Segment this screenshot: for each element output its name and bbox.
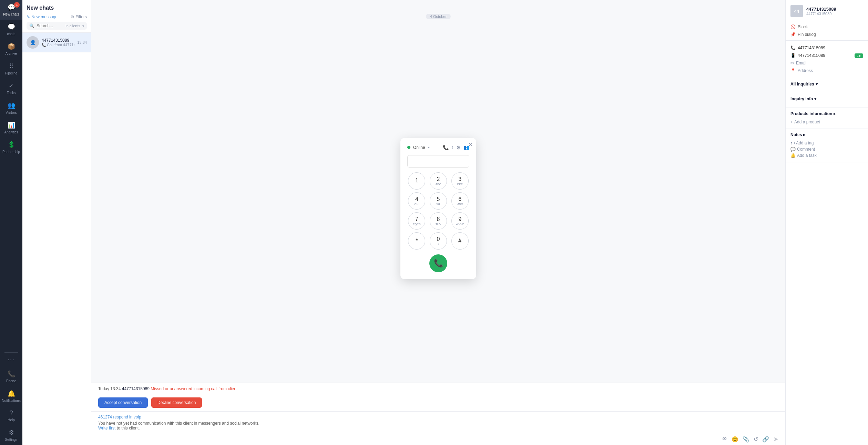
address-icon: 📍 xyxy=(790,68,796,73)
chat-item[interactable]: 👤 447714315089 📞 Call from 447714315089 … xyxy=(22,33,91,52)
settings-icon: ⚙ xyxy=(9,429,14,436)
sidebar-item-archive[interactable]: 📦 Archive xyxy=(0,39,22,59)
tag-icon: 🏷 xyxy=(790,141,795,145)
dialpad-overlay: ✕ Online ▾ 📞 ↕ ⚙ 👥 1 2ABC 3DEF 4GHI 5JKL… xyxy=(400,138,476,279)
action-buttons: Accept conversation Decline conversation xyxy=(91,395,785,411)
partnership-icon: 💲 xyxy=(8,141,15,149)
eye-icon[interactable]: 👁 xyxy=(722,436,727,442)
online-dot xyxy=(407,146,410,149)
add-tag-link[interactable]: 🏷 Add a tag xyxy=(790,140,863,146)
search-input[interactable] xyxy=(37,23,63,28)
dialpad-display[interactable] xyxy=(407,155,469,168)
call-icon-small: 📞 xyxy=(42,43,46,47)
phone-field-2: 📱 447714315089 L ▸ xyxy=(790,52,863,59)
sidebar-item-tasks[interactable]: ✓ Tasks xyxy=(0,79,22,98)
sidebar-item-new-chats[interactable]: 💬 New chats 1 xyxy=(0,0,22,20)
sidebar-item-notifications[interactable]: 🔔 Notifications xyxy=(0,386,22,406)
phone-value: 447714315089 xyxy=(798,45,825,50)
date-separator: 4 October xyxy=(426,14,451,19)
products-info-title[interactable]: Products information ▸ xyxy=(790,111,863,116)
add-product-link[interactable]: + Add a product xyxy=(790,119,863,125)
dialpad-close-button[interactable]: ✕ xyxy=(468,141,473,148)
dialpad-key-1[interactable]: 1 xyxy=(408,172,425,190)
notes-title[interactable]: Notes ▸ xyxy=(790,132,863,137)
dialpad-key-3[interactable]: 3DEF xyxy=(451,172,469,190)
write-first-link[interactable]: Write first xyxy=(98,426,115,431)
refresh-icon[interactable]: ↺ xyxy=(754,436,758,443)
new-chats-badge: 1 xyxy=(14,2,20,8)
more-icon: ··· xyxy=(8,356,15,363)
dialpad-key-4[interactable]: 4GHI xyxy=(408,192,425,210)
sidebar-item-partnership[interactable]: 💲 Partnership xyxy=(0,138,22,157)
attachment-icon[interactable]: 📎 xyxy=(743,436,749,443)
dialpad-grid: 1 2ABC 3DEF 4GHI 5JKL 6MNO 7PQRS 8TUV 9W… xyxy=(407,172,469,250)
sidebar-item-pipeline[interactable]: ⠿ Pipeline xyxy=(0,59,22,79)
filter-icon: ⧉ xyxy=(71,14,74,19)
archive-icon: 📦 xyxy=(8,43,15,50)
dialpad-key-6[interactable]: 6MNO xyxy=(451,192,469,210)
dialpad-header: Online ▾ 📞 ↕ ⚙ 👥 xyxy=(407,145,469,150)
email-icon: ✉ xyxy=(790,61,794,65)
chevron-icon: ▾ xyxy=(816,82,818,87)
settings-dial-icon[interactable]: ⚙ xyxy=(456,145,461,150)
notes-section: Notes ▸ 🏷 Add a tag 💬 Comment 🔔 Add a ta… xyxy=(786,129,868,162)
search-icon: 🔍 xyxy=(29,23,34,28)
help-icon: ? xyxy=(9,409,13,417)
call-button[interactable]: 📞 xyxy=(429,254,447,272)
dialpad-icons: 📞 ↕ ⚙ 👥 xyxy=(443,145,469,150)
sidebar-item-chats[interactable]: 🗨️ chats xyxy=(0,20,22,39)
chevron-down-icon: ▾ xyxy=(428,145,430,149)
link-icon[interactable]: 🔗 xyxy=(762,436,769,443)
sidebar-item-label: Tasks xyxy=(7,91,16,95)
sidebar-item-label: chats xyxy=(7,32,16,36)
all-inquiries-title[interactable]: All inquiries ▾ xyxy=(790,82,863,87)
chat-list-actions: ✎ New message ⧉ Filters xyxy=(27,14,87,19)
products-info-section: Products information ▸ + Add a product xyxy=(786,108,868,129)
chat-item-info: 447714315089 📞 Call from 447714315089 xyxy=(42,38,74,47)
dialpad-key-8[interactable]: 8TUV xyxy=(430,212,447,230)
contact-info: 447714315089 447714315089 xyxy=(806,7,836,16)
email-field: ✉ Email xyxy=(790,59,863,67)
search-bar: 🔍 in clients ▾ xyxy=(27,22,87,30)
sidebar-item-analytics[interactable]: 📊 Analytics xyxy=(0,118,22,138)
dialpad-key-9[interactable]: 9WXYZ xyxy=(451,212,469,230)
respond-link[interactable]: 461274 respond in voip xyxy=(98,415,141,419)
sidebar-item-visitors[interactable]: 👥 Visitors xyxy=(0,98,22,118)
send-icon[interactable]: ➤ xyxy=(773,435,778,443)
dialpad-key-star[interactable]: * xyxy=(408,232,425,250)
analytics-icon: 📊 xyxy=(8,121,15,129)
dialpad-call-section: 📞 xyxy=(407,254,469,272)
sidebar-item-help[interactable]: ? Help xyxy=(0,406,22,425)
phone-field: 📞 447714315089 xyxy=(790,44,863,52)
accept-conversation-button[interactable]: Accept conversation xyxy=(98,397,148,408)
address-field: 📍 Address xyxy=(790,67,863,74)
dialpad-key-hash[interactable]: # xyxy=(451,232,469,250)
chat-bottom: Today 13:34 447714315089 Missed or unans… xyxy=(91,383,785,445)
comment-link[interactable]: 💬 Comment xyxy=(790,146,863,152)
new-message-button[interactable]: ✎ New message xyxy=(27,14,58,19)
phone-dial-icon[interactable]: 📞 xyxy=(443,145,449,150)
call-number: 447714315089 xyxy=(122,386,150,391)
sidebar-item-label: Visitors xyxy=(6,111,17,114)
sidebar-item-phone[interactable]: 📞 Phone xyxy=(0,367,22,386)
sidebar-item-label: Pipeline xyxy=(5,71,18,75)
decline-conversation-button[interactable]: Decline conversation xyxy=(151,397,202,408)
sidebar-item-more[interactable]: ··· xyxy=(0,353,22,367)
inquiry-info-title[interactable]: Inquiry info ▾ xyxy=(790,97,863,101)
chat-item-time: 13:34 xyxy=(77,40,87,44)
dialpad-key-5[interactable]: 5JKL xyxy=(430,192,447,210)
pin-link[interactable]: 📌 Pin dialog xyxy=(790,31,863,38)
sidebar-item-label: Notifications xyxy=(2,399,20,403)
dialpad-key-2[interactable]: 2ABC xyxy=(430,172,447,190)
block-link[interactable]: 🚫 Block xyxy=(790,24,863,30)
sidebar-item-label: Partnership xyxy=(2,150,20,154)
dialpad-key-0[interactable]: 0+ xyxy=(430,232,447,250)
dialpad-key-7[interactable]: 7PQRS xyxy=(408,212,425,230)
search-filter-label: in clients xyxy=(65,24,80,28)
sidebar-item-settings[interactable]: ⚙ Settings xyxy=(0,425,22,445)
filters-button[interactable]: ⧉ Filters xyxy=(71,14,87,19)
tasks-icon: ✓ xyxy=(9,82,14,90)
address-label: Address xyxy=(798,68,813,73)
add-task-link[interactable]: 🔔 Add a task xyxy=(790,152,863,159)
emoji-icon[interactable]: 😊 xyxy=(732,436,738,443)
